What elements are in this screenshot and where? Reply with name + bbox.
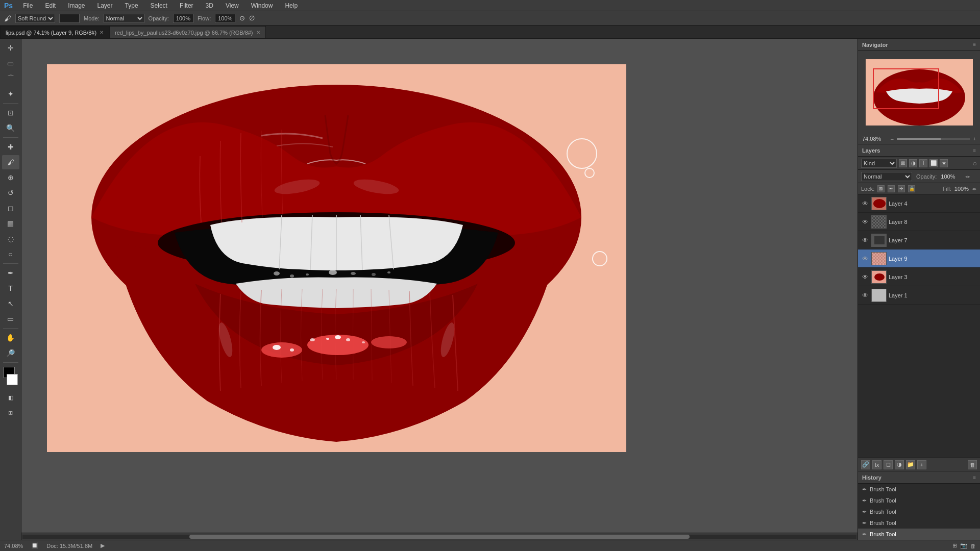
move-tool[interactable]: ✛: [2, 41, 19, 55]
new-group-btn[interactable]: 📁: [906, 460, 915, 469]
menu-select[interactable]: Select: [149, 2, 169, 9]
navigator-collapse[interactable]: ≡: [973, 42, 976, 47]
hand-tool[interactable]: ✋: [2, 331, 19, 345]
menu-image[interactable]: Image: [66, 2, 87, 9]
lock-all[interactable]: 🔒: [908, 185, 915, 192]
layer-row-4[interactable]: 👁 Layer 4: [858, 194, 980, 213]
history-item-4[interactable]: ✒ Brush Tool: [858, 529, 980, 540]
layer-filter-type[interactable]: T: [919, 159, 927, 167]
brush-mode-select[interactable]: Normal: [104, 14, 144, 23]
layer-filter-type[interactable]: Kind: [861, 159, 897, 168]
pen-tool[interactable]: ✒: [2, 266, 19, 280]
opacity-value[interactable]: 100%: [941, 173, 961, 180]
tab-close-lips[interactable]: ✕: [100, 30, 104, 35]
path-select-tool[interactable]: ↖: [2, 296, 19, 311]
blend-mode-select[interactable]: Normal: [861, 172, 912, 181]
link-layers-btn[interactable]: 🔗: [861, 460, 870, 469]
canvas-document[interactable]: [47, 64, 626, 452]
crop-tool[interactable]: ⊡: [2, 106, 19, 120]
spot-heal-tool[interactable]: ✚: [2, 140, 19, 154]
flow-input[interactable]: [215, 14, 235, 23]
status-play-btn[interactable]: ▶: [101, 542, 105, 549]
dodge-tool[interactable]: ○: [2, 247, 19, 261]
menu-help[interactable]: Help: [283, 2, 300, 9]
new-layer-btn[interactable]: +: [917, 460, 926, 469]
tablet-pressure-icon[interactable]: ∅: [249, 14, 255, 22]
menu-layer[interactable]: Layer: [95, 2, 115, 9]
canvas-area[interactable]: [21, 39, 857, 540]
fill-value[interactable]: 100%: [954, 186, 969, 192]
tab-reference[interactable]: red_lips_by_paullus23-d6v0z70.jpg @ 66.7…: [109, 26, 265, 38]
layer-visibility-1[interactable]: 👁: [861, 291, 869, 299]
status-preview-icon[interactable]: 🔲: [31, 542, 38, 549]
filter-toggle[interactable]: ○: [973, 159, 977, 167]
menu-filter[interactable]: Filter: [178, 2, 195, 9]
history-item-1[interactable]: ✒ Brush Tool: [858, 495, 980, 506]
layer-row-1[interactable]: 👁 Layer 1: [858, 286, 980, 305]
blur-tool[interactable]: ◌: [2, 232, 19, 246]
scroll-thumb[interactable]: [189, 535, 690, 539]
shape-tool[interactable]: ▭: [2, 312, 19, 326]
menu-file[interactable]: File: [21, 2, 35, 9]
gradient-tool[interactable]: ▦: [2, 216, 19, 231]
layer-row-7[interactable]: 👁 Layer 7: [858, 231, 980, 249]
lock-move[interactable]: ✛: [898, 185, 905, 192]
background-color[interactable]: [7, 374, 18, 385]
history-item-2[interactable]: ✒ Brush Tool: [858, 506, 980, 517]
menu-window[interactable]: Window: [249, 2, 275, 9]
zoom-slider-track[interactable]: [897, 138, 970, 140]
layer-visibility-3[interactable]: 👁: [861, 273, 869, 281]
zoom-out-btn[interactable]: –: [891, 136, 894, 142]
menu-type[interactable]: Type: [123, 2, 140, 9]
layer-visibility-7[interactable]: 👁: [861, 236, 869, 244]
opacity-input[interactable]: [173, 14, 193, 23]
layer-row-9[interactable]: 👁 Layer 9: [858, 249, 980, 268]
zoom-tool[interactable]: 🔎: [2, 346, 19, 360]
horizontal-scrollbar[interactable]: [21, 533, 857, 540]
layer-visibility-4[interactable]: 👁: [861, 199, 869, 208]
magic-wand-tool[interactable]: ✦: [2, 87, 19, 101]
layer-filter-smart[interactable]: ★: [940, 159, 948, 167]
layer-filter-adj[interactable]: ◑: [909, 159, 917, 167]
menu-edit[interactable]: Edit: [43, 2, 58, 9]
screen-mode-btn[interactable]: ⊞: [2, 406, 19, 420]
eyedropper-tool[interactable]: 🔍: [2, 121, 19, 135]
menu-3d[interactable]: 3D: [204, 2, 215, 9]
menu-view[interactable]: View: [224, 2, 241, 9]
tab-lips-psd[interactable]: lips.psd @ 74.1% (Layer 9, RGB/8#) ✕: [0, 26, 109, 38]
quick-mask-btn[interactable]: ◧: [2, 390, 19, 405]
brush-tool[interactable]: 🖌: [2, 155, 19, 169]
history-item-0[interactable]: ✒ Brush Tool: [858, 484, 980, 495]
status-camera-icon[interactable]: 📷: [960, 542, 967, 549]
airbrush-icon[interactable]: ⊙: [239, 14, 245, 22]
tab-close-ref[interactable]: ✕: [256, 30, 260, 35]
scroll-track[interactable]: [22, 535, 856, 539]
lock-pixels[interactable]: ⊠: [877, 185, 885, 192]
lock-draw[interactable]: ✒: [888, 185, 895, 192]
add-style-btn[interactable]: fx: [872, 460, 881, 469]
new-fill-layer-btn[interactable]: ◑: [895, 460, 904, 469]
layer-visibility-8[interactable]: 👁: [861, 218, 869, 226]
navigator-preview[interactable]: [866, 59, 973, 126]
text-tool[interactable]: T: [2, 281, 19, 295]
zoom-in-btn[interactable]: +: [973, 136, 976, 142]
history-item-3[interactable]: ✒ Brush Tool: [858, 517, 980, 529]
status-arrange-icon[interactable]: ⊞: [952, 542, 957, 549]
layer-filter-pixel[interactable]: ⊠: [899, 159, 907, 167]
layers-collapse[interactable]: ≡: [973, 147, 976, 153]
clone-tool[interactable]: ⊕: [2, 170, 19, 185]
delete-layer-btn[interactable]: 🗑: [968, 460, 977, 469]
marquee-tool[interactable]: ▭: [2, 56, 19, 70]
brush-preset-picker[interactable]: Soft Round: [15, 14, 55, 23]
lasso-tool[interactable]: ⌒: [2, 71, 19, 86]
eraser-tool[interactable]: ◻: [2, 201, 19, 215]
layer-row-8[interactable]: 👁 Layer 8: [858, 213, 980, 231]
history-brush-tool[interactable]: ↺: [2, 186, 19, 200]
add-mask-btn[interactable]: ◻: [884, 460, 893, 469]
history-collapse[interactable]: ≡: [973, 474, 976, 480]
brush-size-input[interactable]: 36: [59, 14, 80, 23]
status-trash-icon[interactable]: 🗑: [970, 543, 976, 549]
layer-row-3[interactable]: 👁 Layer 3: [858, 268, 980, 286]
layer-visibility-9[interactable]: 👁: [861, 255, 869, 263]
layer-filter-shape[interactable]: ⬜: [929, 159, 938, 167]
